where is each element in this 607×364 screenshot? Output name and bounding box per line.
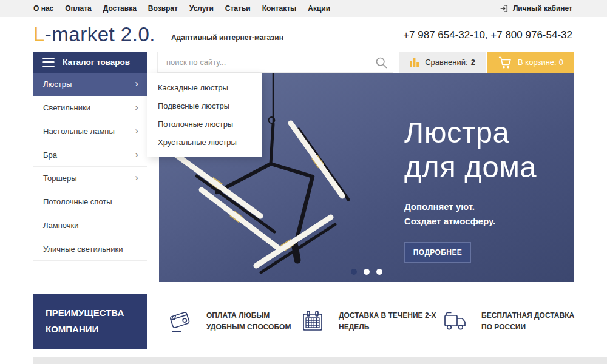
- sidebar-item-lamps[interactable]: Светильники ›: [33, 96, 147, 120]
- nav-link-returns[interactable]: Возврат: [148, 4, 178, 13]
- login-icon: [499, 4, 509, 13]
- sidebar-item-label: Светильники: [43, 103, 90, 112]
- submenu-item-crystal[interactable]: Хрустальные люстры: [147, 133, 262, 151]
- hero-subtitle: Дополняет уют. Создает атмосферу.: [404, 200, 537, 229]
- tagline: Адаптивный интернет-магазин: [171, 33, 283, 42]
- top-bar: О нас Оплата Доставка Возврат Услуги Ста…: [0, 0, 607, 17]
- advantage-delivery-time: ДОСТАВКА В ТЕЧЕНИЕ 2-Х НЕДЕЛЬ: [299, 294, 437, 349]
- sidebar-item-label: Бра: [43, 150, 57, 160]
- account-link[interactable]: Личный кабинет: [499, 4, 572, 13]
- chandeliers-submenu: Каскадные люстры Подвесные люстры Потоло…: [147, 73, 262, 157]
- top-nav: О нас Оплата Доставка Возврат Услуги Ста…: [33, 4, 330, 13]
- advantages-title-line1: ПРЕИМУЩЕСТВА: [46, 305, 147, 321]
- advantages-section: ПРЕИМУЩЕСТВА КОМПАНИИ ОПЛАТА ЛЮБЫМ УДОБН…: [33, 294, 574, 349]
- nav-link-about[interactable]: О нас: [33, 4, 53, 13]
- hero-title-line1: Люстра: [404, 115, 537, 150]
- advantage-payment: ОПЛАТА ЛЮБЫМ УДОБНЫМ СПОСОБОМ: [166, 294, 305, 349]
- catalog-sidebar: Люстры › Светильники › Настольные лампы …: [33, 73, 147, 261]
- sidebar-item-floor-lamps[interactable]: Торшеры ›: [33, 167, 147, 190]
- advantage-text: ОПЛАТА ЛЮБЫМ УДОБНЫМ СПОСОБОМ: [206, 310, 305, 332]
- carousel-dots: [351, 269, 382, 275]
- catalog-title: Каталог товаров: [63, 58, 130, 67]
- submenu-item-cascade[interactable]: Каскадные люстры: [147, 78, 262, 96]
- cart-icon: [498, 56, 512, 69]
- sidebar-item-label: Настольные лампы: [43, 127, 115, 136]
- footer-strip: [33, 357, 607, 364]
- advantage-text: ДОСТАВКА В ТЕЧЕНИЕ 2-Х НЕДЕЛЬ: [339, 310, 437, 332]
- search-icon[interactable]: [375, 56, 388, 69]
- hamburger-icon: [42, 58, 55, 67]
- hero-title-line2: для дома: [404, 150, 537, 184]
- search-input[interactable]: [158, 52, 393, 72]
- submenu-item-pendant[interactable]: Подвесные люстры: [147, 96, 262, 115]
- carousel-dot-3[interactable]: [376, 269, 382, 275]
- nav-link-contacts[interactable]: Контакты: [262, 4, 297, 13]
- sidebar-item-sconces[interactable]: Бра ›: [33, 143, 147, 167]
- logo-accent: L: [33, 23, 45, 46]
- hero-subtitle-line2: Создает атмосферу.: [404, 214, 537, 229]
- compare-button[interactable]: Сравнений: 2: [399, 52, 486, 73]
- chevron-right-icon: ›: [135, 126, 138, 136]
- truck-icon: [442, 308, 469, 335]
- chevron-right-icon: ›: [135, 78, 138, 89]
- carousel-dot-1[interactable]: [351, 269, 357, 275]
- advantages-title-line2: КОМПАНИИ: [46, 321, 147, 337]
- compare-label: Сравнений:: [425, 58, 467, 67]
- advantage-free-shipping: БЕСПЛАТНАЯ ДОСТАВКА ПО РОССИИ: [442, 294, 580, 349]
- chevron-right-icon: ›: [135, 102, 138, 112]
- sidebar-item-table-lamps[interactable]: Настольные лампы ›: [33, 120, 147, 144]
- logo[interactable]: L-market 2.0.: [33, 23, 155, 46]
- sidebar-item-chandeliers[interactable]: Люстры ›: [33, 73, 147, 96]
- sidebar-item-ceiling-spots[interactable]: Потолочные споты: [33, 190, 147, 214]
- chevron-right-icon: ›: [135, 172, 138, 183]
- advantage-text: БЕСПЛАТНАЯ ДОСТАВКА ПО РОССИИ: [481, 310, 580, 332]
- advantages-title: ПРЕИМУЩЕСТВА КОМПАНИИ: [33, 294, 147, 349]
- phone-numbers: +7 987 654-32-10, +7 800 976-54-32: [403, 29, 572, 41]
- logo-rest: -market 2.0.: [45, 23, 155, 46]
- hero-content: Люстра для дома Дополняет уют. Создает а…: [404, 115, 537, 263]
- cart-button[interactable]: В корзине: 0: [487, 52, 574, 73]
- calendar-icon: [299, 308, 326, 335]
- nav-link-services[interactable]: Услуги: [189, 4, 214, 13]
- nav-link-articles[interactable]: Статьи: [225, 4, 251, 13]
- account-label: Личный кабинет: [513, 4, 572, 13]
- nav-link-payment[interactable]: Оплата: [65, 4, 91, 13]
- sidebar-item-bulbs[interactable]: Лампочки: [33, 214, 147, 238]
- cart-label: В корзине:: [518, 58, 557, 67]
- sidebar-item-label: Торшеры: [43, 174, 77, 183]
- nav-link-promos[interactable]: Акции: [308, 4, 330, 13]
- site-header: L-market 2.0. Адаптивный интернет-магази…: [0, 17, 607, 52]
- hero-title: Люстра для дома: [404, 115, 537, 185]
- sidebar-item-label: Потолочные споты: [43, 197, 112, 206]
- chevron-right-icon: ›: [135, 149, 138, 160]
- toolbar-row: Каталог товаров Сравнений: 2 В: [33, 52, 574, 73]
- cart-count: 0: [559, 58, 563, 67]
- wallet-icon: [166, 308, 194, 335]
- hero-subtitle-line1: Дополняет уют.: [404, 200, 537, 214]
- compare-count: 2: [471, 58, 475, 67]
- search-box: [157, 52, 393, 73]
- sidebar-item-label: Уличные светильники: [43, 244, 123, 254]
- catalog-menu-button[interactable]: Каталог товаров: [33, 52, 147, 73]
- sidebar-item-label: Лампочки: [43, 221, 78, 230]
- sidebar-item-outdoor[interactable]: Уличные светильники: [33, 237, 147, 261]
- details-button[interactable]: ПОДРОБНЕЕ: [404, 242, 471, 263]
- nav-link-delivery[interactable]: Доставка: [103, 4, 137, 13]
- carousel-dot-2[interactable]: [364, 269, 370, 275]
- compare-bars-icon: [410, 57, 419, 67]
- sidebar-item-label: Люстры: [43, 79, 72, 89]
- submenu-item-ceiling[interactable]: Потолочные люстры: [147, 115, 262, 133]
